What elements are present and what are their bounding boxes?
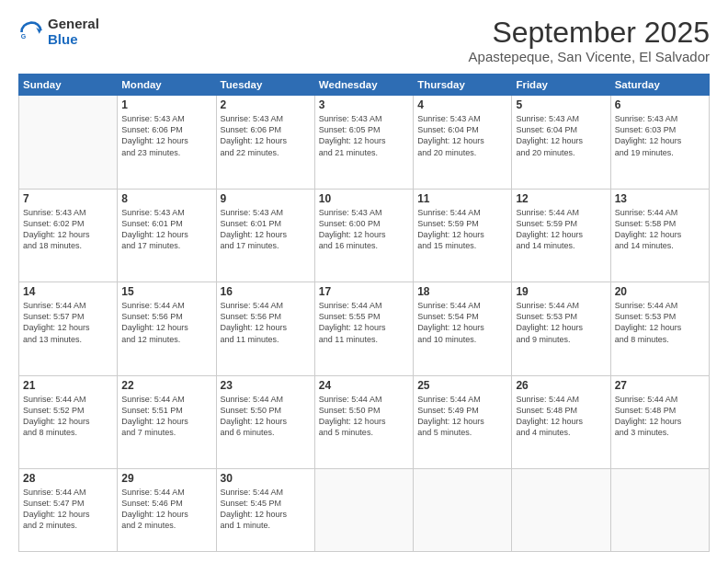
calendar-week-row: 1Sunrise: 5:43 AM Sunset: 6:06 PM Daylig… — [19, 96, 710, 189]
cell-info: Sunrise: 5:44 AM Sunset: 5:53 PM Dayligh… — [516, 300, 606, 345]
location-title: Apastepeque, San Vicente, El Salvador — [469, 49, 710, 64]
calendar-cell: 18Sunrise: 5:44 AM Sunset: 5:54 PM Dayli… — [414, 282, 512, 375]
calendar-cell: 1Sunrise: 5:43 AM Sunset: 6:06 PM Daylig… — [118, 96, 216, 189]
day-header-monday: Monday — [118, 75, 216, 96]
cell-info: Sunrise: 5:44 AM Sunset: 5:49 PM Dayligh… — [417, 394, 507, 439]
calendar-cell: 9Sunrise: 5:43 AM Sunset: 6:01 PM Daylig… — [216, 189, 314, 282]
logo-icon: G — [18, 19, 44, 45]
calendar-cell: 22Sunrise: 5:44 AM Sunset: 5:51 PM Dayli… — [118, 375, 216, 468]
calendar-cell: 17Sunrise: 5:44 AM Sunset: 5:55 PM Dayli… — [314, 282, 413, 375]
cell-info: Sunrise: 5:43 AM Sunset: 6:04 PM Dayligh… — [516, 113, 606, 158]
calendar-cell: 15Sunrise: 5:44 AM Sunset: 5:56 PM Dayli… — [118, 282, 216, 375]
svg-text:G: G — [21, 33, 27, 40]
calendar-cell: 28Sunrise: 5:44 AM Sunset: 5:47 PM Dayli… — [19, 469, 118, 552]
calendar-cell: 7Sunrise: 5:43 AM Sunset: 6:02 PM Daylig… — [19, 189, 118, 282]
day-number: 11 — [417, 192, 507, 205]
day-number: 29 — [121, 472, 211, 485]
page: G General Blue September 2025 Apastepequ… — [0, 0, 728, 563]
day-number: 15 — [121, 285, 211, 298]
day-header-tuesday: Tuesday — [216, 75, 314, 96]
calendar-cell: 25Sunrise: 5:44 AM Sunset: 5:49 PM Dayli… — [414, 375, 512, 468]
calendar-cell: 13Sunrise: 5:44 AM Sunset: 5:58 PM Dayli… — [610, 189, 709, 282]
cell-info: Sunrise: 5:44 AM Sunset: 5:46 PM Dayligh… — [121, 487, 211, 532]
calendar-cell — [512, 469, 610, 552]
day-number: 16 — [221, 285, 311, 298]
logo-general: General — [48, 17, 99, 32]
cell-info: Sunrise: 5:43 AM Sunset: 6:01 PM Dayligh… — [221, 207, 311, 252]
cell-info: Sunrise: 5:43 AM Sunset: 6:01 PM Dayligh… — [121, 207, 211, 252]
cell-info: Sunrise: 5:43 AM Sunset: 6:05 PM Dayligh… — [319, 113, 409, 158]
logo: G General Blue — [18, 17, 99, 47]
cell-info: Sunrise: 5:43 AM Sunset: 6:00 PM Dayligh… — [319, 207, 409, 252]
cell-info: Sunrise: 5:44 AM Sunset: 5:48 PM Dayligh… — [615, 394, 705, 439]
calendar-cell: 4Sunrise: 5:43 AM Sunset: 6:04 PM Daylig… — [414, 96, 512, 189]
calendar-week-row: 28Sunrise: 5:44 AM Sunset: 5:47 PM Dayli… — [19, 469, 710, 552]
day-number: 14 — [23, 285, 113, 298]
cell-info: Sunrise: 5:44 AM Sunset: 5:51 PM Dayligh… — [121, 394, 211, 439]
day-number: 21 — [23, 379, 113, 392]
calendar-cell: 26Sunrise: 5:44 AM Sunset: 5:48 PM Dayli… — [512, 375, 610, 468]
cell-info: Sunrise: 5:44 AM Sunset: 5:52 PM Dayligh… — [23, 394, 113, 439]
day-header-saturday: Saturday — [610, 75, 709, 96]
day-number: 19 — [516, 285, 606, 298]
calendar-cell: 21Sunrise: 5:44 AM Sunset: 5:52 PM Dayli… — [19, 375, 118, 468]
logo-blue: Blue — [48, 32, 99, 48]
cell-info: Sunrise: 5:44 AM Sunset: 5:59 PM Dayligh… — [417, 207, 507, 252]
day-number: 9 — [221, 192, 311, 205]
cell-info: Sunrise: 5:44 AM Sunset: 5:53 PM Dayligh… — [615, 300, 705, 345]
cell-info: Sunrise: 5:44 AM Sunset: 5:56 PM Dayligh… — [121, 300, 211, 345]
day-number: 18 — [417, 285, 507, 298]
calendar-cell: 8Sunrise: 5:43 AM Sunset: 6:01 PM Daylig… — [118, 189, 216, 282]
calendar-cell — [414, 469, 512, 552]
cell-info: Sunrise: 5:43 AM Sunset: 6:03 PM Dayligh… — [615, 113, 705, 158]
day-number: 23 — [221, 379, 311, 392]
calendar-cell: 19Sunrise: 5:44 AM Sunset: 5:53 PM Dayli… — [512, 282, 610, 375]
cell-info: Sunrise: 5:44 AM Sunset: 5:45 PM Dayligh… — [221, 487, 311, 532]
day-number: 27 — [615, 379, 705, 392]
calendar-table: SundayMondayTuesdayWednesdayThursdayFrid… — [18, 74, 710, 552]
calendar-cell: 3Sunrise: 5:43 AM Sunset: 6:05 PM Daylig… — [314, 96, 413, 189]
cell-info: Sunrise: 5:44 AM Sunset: 5:47 PM Dayligh… — [23, 487, 113, 532]
cell-info: Sunrise: 5:44 AM Sunset: 5:56 PM Dayligh… — [221, 300, 311, 345]
day-number: 10 — [319, 192, 409, 205]
title-block: September 2025 Apastepeque, San Vicente,… — [469, 17, 710, 64]
calendar-cell — [610, 469, 709, 552]
calendar-cell: 29Sunrise: 5:44 AM Sunset: 5:46 PM Dayli… — [118, 469, 216, 552]
cell-info: Sunrise: 5:43 AM Sunset: 6:06 PM Dayligh… — [221, 113, 311, 158]
day-number: 13 — [615, 192, 705, 205]
header: G General Blue September 2025 Apastepequ… — [18, 17, 710, 64]
calendar-cell: 27Sunrise: 5:44 AM Sunset: 5:48 PM Dayli… — [610, 375, 709, 468]
day-number: 3 — [319, 98, 409, 111]
calendar-week-row: 7Sunrise: 5:43 AM Sunset: 6:02 PM Daylig… — [19, 189, 710, 282]
calendar-week-row: 14Sunrise: 5:44 AM Sunset: 5:57 PM Dayli… — [19, 282, 710, 375]
day-number: 7 — [23, 192, 113, 205]
day-number: 26 — [516, 379, 606, 392]
cell-info: Sunrise: 5:44 AM Sunset: 5:59 PM Dayligh… — [516, 207, 606, 252]
cell-info: Sunrise: 5:43 AM Sunset: 6:04 PM Dayligh… — [417, 113, 507, 158]
calendar-cell — [314, 469, 413, 552]
day-number: 20 — [615, 285, 705, 298]
calendar-cell: 11Sunrise: 5:44 AM Sunset: 5:59 PM Dayli… — [414, 189, 512, 282]
cell-info: Sunrise: 5:44 AM Sunset: 5:54 PM Dayligh… — [417, 300, 507, 345]
calendar-cell: 20Sunrise: 5:44 AM Sunset: 5:53 PM Dayli… — [610, 282, 709, 375]
day-number: 1 — [121, 98, 211, 111]
calendar-cell: 23Sunrise: 5:44 AM Sunset: 5:50 PM Dayli… — [216, 375, 314, 468]
day-header-thursday: Thursday — [414, 75, 512, 96]
calendar-cell: 16Sunrise: 5:44 AM Sunset: 5:56 PM Dayli… — [216, 282, 314, 375]
day-number: 8 — [121, 192, 211, 205]
cell-info: Sunrise: 5:43 AM Sunset: 6:02 PM Dayligh… — [23, 207, 113, 252]
calendar-week-row: 21Sunrise: 5:44 AM Sunset: 5:52 PM Dayli… — [19, 375, 710, 468]
cell-info: Sunrise: 5:44 AM Sunset: 5:50 PM Dayligh… — [221, 394, 311, 439]
day-number: 30 — [221, 472, 311, 485]
day-number: 22 — [121, 379, 211, 392]
day-header-wednesday: Wednesday — [314, 75, 413, 96]
calendar-cell: 5Sunrise: 5:43 AM Sunset: 6:04 PM Daylig… — [512, 96, 610, 189]
cell-info: Sunrise: 5:43 AM Sunset: 6:06 PM Dayligh… — [121, 113, 211, 158]
cell-info: Sunrise: 5:44 AM Sunset: 5:57 PM Dayligh… — [23, 300, 113, 345]
calendar-cell: 12Sunrise: 5:44 AM Sunset: 5:59 PM Dayli… — [512, 189, 610, 282]
calendar-cell: 24Sunrise: 5:44 AM Sunset: 5:50 PM Dayli… — [314, 375, 413, 468]
calendar-cell: 2Sunrise: 5:43 AM Sunset: 6:06 PM Daylig… — [216, 96, 314, 189]
day-number: 6 — [615, 98, 705, 111]
cell-info: Sunrise: 5:44 AM Sunset: 5:55 PM Dayligh… — [319, 300, 409, 345]
cell-info: Sunrise: 5:44 AM Sunset: 5:48 PM Dayligh… — [516, 394, 606, 439]
